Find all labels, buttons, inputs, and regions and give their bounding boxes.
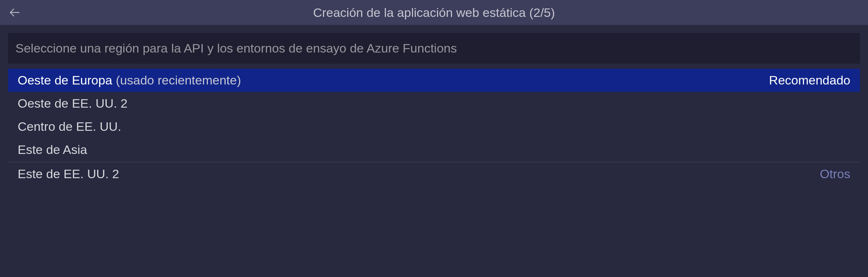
header-bar: Creación de la aplicación web estática (…: [0, 0, 868, 25]
content-area: Oeste de Europa (usado recientemente) Re…: [0, 25, 868, 186]
region-list-item[interactable]: Centro de EE. UU.: [8, 115, 860, 138]
region-label: Este de Asia: [18, 143, 87, 157]
list-item-left: Este de EE. UU. 2: [18, 167, 119, 181]
region-label: Oeste de EE. UU. 2: [18, 96, 128, 111]
arrow-left-icon: [9, 7, 21, 18]
region-badge: Recomendado: [769, 73, 850, 87]
region-label: Oeste de Europa: [18, 73, 112, 87]
list-item-left: Centro de EE. UU.: [18, 119, 121, 134]
list-item-left: Oeste de Europa (usado recientemente): [18, 73, 241, 87]
region-label: Centro de EE. UU.: [18, 119, 121, 134]
region-list-item[interactable]: Este de Asia: [8, 138, 860, 161]
region-list: Oeste de Europa (usado recientemente) Re…: [8, 69, 860, 186]
region-search-input[interactable]: [8, 33, 860, 64]
category-label: Otros: [820, 167, 850, 181]
list-item-left: Oeste de EE. UU. 2: [18, 96, 128, 111]
region-list-item[interactable]: Este de EE. UU. 2 Otros: [8, 162, 860, 186]
list-item-left: Este de Asia: [18, 143, 87, 157]
region-list-item[interactable]: Oeste de EE. UU. 2: [8, 92, 860, 115]
page-title: Creación de la aplicación web estática (…: [7, 6, 861, 20]
region-hint: (usado recientemente): [116, 73, 241, 87]
region-list-item[interactable]: Oeste de Europa (usado recientemente) Re…: [8, 69, 860, 92]
back-button[interactable]: [7, 5, 22, 20]
region-label: Este de EE. UU. 2: [18, 167, 119, 181]
